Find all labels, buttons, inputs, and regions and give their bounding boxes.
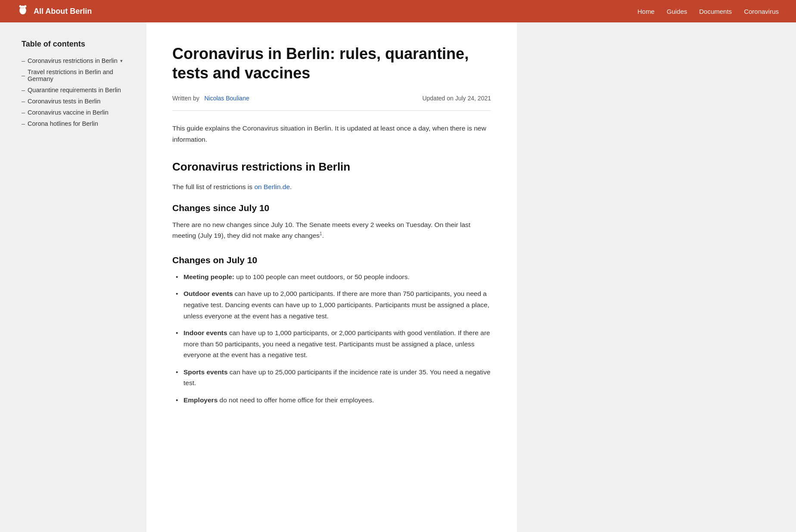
bullet-text-4: can have up to 25,000 participants if th… <box>183 368 491 387</box>
bullet-text-3: can have up to 1,000 participants, or 2,… <box>183 329 490 358</box>
toc-list: Coronavirus restrictions in Berlin ▾ Tra… <box>22 57 134 127</box>
berlin-de-link[interactable]: on Berlin.de <box>254 183 290 190</box>
sidebar: Table of contents Coronavirus restrictio… <box>0 22 146 532</box>
changes-since-suffix: . <box>322 232 324 239</box>
site-header: All About Berlin Home Guides Documents C… <box>0 0 796 22</box>
subsection-changes-july10: Changes on July 10 Meeting people: up to… <box>172 255 491 406</box>
nav-guides[interactable]: Guides <box>667 8 687 15</box>
author-line: Written by Nicolas Bouliane <box>172 95 249 102</box>
bear-icon <box>17 4 28 18</box>
svg-point-5 <box>24 10 25 13</box>
svg-point-2 <box>19 5 22 7</box>
toc-link-6[interactable]: Corona hotlines for Berlin <box>28 120 98 127</box>
intro-text: This guide explains the Coronavirus situ… <box>172 123 491 145</box>
changes-since-text: There are no new changes since July 10. … <box>172 219 491 241</box>
bullet-bold-2: Outdoor events <box>183 290 233 297</box>
bullet-outdoor-events: Outdoor events can have up to 2,000 part… <box>176 288 491 321</box>
svg-point-4 <box>21 10 22 13</box>
bullet-bold-5: Employers <box>183 396 218 404</box>
toc-item-4[interactable]: Coronavirus tests in Berlin <box>22 98 134 105</box>
author-link[interactable]: Nicolas Bouliane <box>204 95 249 102</box>
toc-link-1[interactable]: Coronavirus restrictions in Berlin <box>28 57 118 64</box>
toc-item-1[interactable]: Coronavirus restrictions in Berlin ▾ <box>22 57 134 64</box>
sub-heading-1: Changes since July 10 <box>172 203 491 213</box>
bullet-employers: Employers do not need to offer home offi… <box>176 395 491 406</box>
restrictions-text: The full list of restrictions is <box>172 183 252 190</box>
toc-item-6[interactable]: Corona hotlines for Berlin <box>22 120 134 127</box>
article-title: Coronavirus in Berlin: rules, quarantine… <box>172 44 491 83</box>
subsection-changes-since-july10: Changes since July 10 There are no new c… <box>172 203 491 241</box>
section-coronavirus-restrictions: Coronavirus restrictions in Berlin The f… <box>172 160 491 405</box>
toc-item-2[interactable]: Travel restrictions in Berlin and German… <box>22 68 134 82</box>
sub-heading-2: Changes on July 10 <box>172 255 491 265</box>
bullet-bold-1: Meeting people: <box>183 273 234 280</box>
bullet-indoor-events: Indoor events can have up to 1,000 parti… <box>176 327 491 361</box>
bullet-text-1: up to 100 people can meet outdoors, or 5… <box>234 273 410 280</box>
section-heading-1: Coronavirus restrictions in Berlin <box>172 160 491 174</box>
changes-list: Meeting people: up to 100 people can mee… <box>172 271 491 406</box>
nav-home[interactable]: Home <box>637 8 655 15</box>
svg-point-3 <box>24 5 26 7</box>
svg-point-6 <box>22 8 22 9</box>
article-meta: Written by Nicolas Bouliane Updated on J… <box>172 95 491 111</box>
changes-since-body: There are no new changes since July 10. … <box>172 221 470 240</box>
toc-link-3[interactable]: Quarantine requirements in Berlin <box>28 87 121 93</box>
toc-link-5[interactable]: Coronavirus vaccine in Berlin <box>28 109 109 116</box>
toc-item-5[interactable]: Coronavirus vaccine in Berlin <box>22 109 134 116</box>
bullet-bold-4: Sports events <box>183 368 228 376</box>
toc-link-4[interactable]: Coronavirus tests in Berlin <box>28 98 100 105</box>
toc-item-3[interactable]: Quarantine requirements in Berlin <box>22 87 134 93</box>
restrictions-body: The full list of restrictions is on Berl… <box>172 181 491 193</box>
nav-coronavirus[interactable]: Coronavirus <box>744 8 779 15</box>
main-content: Coronavirus in Berlin: rules, quarantine… <box>146 22 517 532</box>
main-nav: Home Guides Documents Coronavirus <box>637 8 779 15</box>
bullet-meeting-people: Meeting people: up to 100 people can mee… <box>176 271 491 283</box>
svg-point-7 <box>23 8 24 9</box>
toc-link-2[interactable]: Travel restrictions in Berlin and German… <box>28 68 134 82</box>
brand-name: All About Berlin <box>34 7 92 16</box>
bullet-bold-3: Indoor events <box>183 329 227 336</box>
written-by-label: Written by <box>172 95 199 102</box>
bullet-sports-events: Sports events can have up to 25,000 part… <box>176 367 491 389</box>
bullet-text-5: do not need to offer home office for the… <box>218 396 374 404</box>
nav-documents[interactable]: Documents <box>699 8 732 15</box>
chevron-icon-1: ▾ <box>120 58 123 64</box>
brand-logo[interactable]: All About Berlin <box>17 4 92 18</box>
updated-date: Updated on July 24, 2021 <box>422 95 491 102</box>
page-layout: Table of contents Coronavirus restrictio… <box>0 22 796 532</box>
toc-title: Table of contents <box>22 40 134 49</box>
link-suffix: . <box>290 183 292 190</box>
